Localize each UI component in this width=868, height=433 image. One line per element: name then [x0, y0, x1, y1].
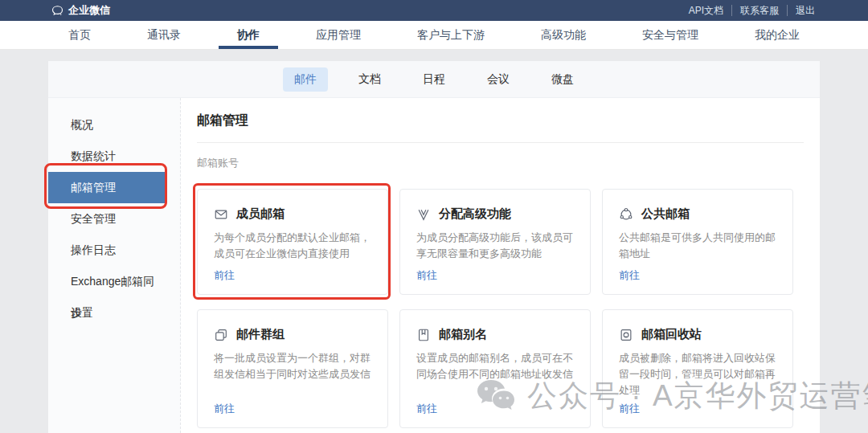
section-label: 邮箱账号 — [197, 156, 239, 170]
nav-item[interactable]: 客户与上下游 — [417, 21, 485, 49]
wecom-logo-icon — [51, 5, 63, 16]
tab[interactable]: 微盘 — [540, 67, 585, 92]
vip-v-icon — [416, 207, 431, 222]
brand-name: 企业微信 — [68, 3, 110, 18]
sidebar-item[interactable]: 操作日志 — [48, 235, 166, 266]
card-head: 公共邮箱 — [619, 206, 776, 222]
tab[interactable]: 日程 — [411, 67, 457, 92]
wecom-admin-screen: 企业微信 API文档联系客服退出 首页 通讯录 协作 应用管理 客户与上下游 高… — [0, 0, 868, 433]
go-link[interactable]: 前往 — [416, 402, 437, 416]
nav-item[interactable]: 通讯录 — [147, 21, 181, 49]
nav-item-label: 首页 — [68, 28, 91, 43]
go-link[interactable]: 前往 — [214, 402, 235, 416]
card-head: 成员邮箱 — [214, 206, 371, 222]
go-link[interactable]: 前往 — [214, 268, 235, 283]
card-title: 邮箱回收站 — [641, 327, 702, 342]
nav-item-label: 通讯录 — [147, 28, 181, 43]
recycle-bin-icon — [619, 328, 633, 342]
nav-item-label: 安全与管理 — [642, 28, 698, 43]
sidebar-item[interactable]: 安全管理 — [48, 203, 166, 235]
go-link[interactable]: 前往 — [416, 268, 437, 283]
feature-card: 分配高级功能 为成员分配高级功能后，该成员可享无限容量和更多高级功能 前往 — [399, 189, 591, 295]
card-title: 公共邮箱 — [641, 206, 690, 222]
card-title: 邮箱别名 — [439, 327, 487, 342]
sidebar-item[interactable]: Exchange邮箱同步 — [48, 266, 166, 297]
sidebar-item[interactable]: 邮箱管理 — [48, 172, 166, 203]
feature-cards: 成员邮箱 为每个成员分配的默认企业邮箱，成员可在企业微信内直接使用 前往 分配高… — [197, 189, 793, 428]
brand[interactable]: 企业微信 — [51, 3, 110, 18]
topbar: 企业微信 API文档联系客服退出 — [0, 0, 868, 21]
nav-item[interactable]: 应用管理 — [316, 21, 361, 49]
collab-tabbar: 邮件文档日程会议微盘 — [48, 61, 820, 98]
nav-item-label: 高级功能 — [541, 28, 586, 43]
nav-item-label: 我的企业 — [755, 28, 800, 43]
card-head: 邮箱别名 — [416, 327, 574, 342]
go-link[interactable]: 前往 — [619, 268, 640, 283]
sidebar-item[interactable]: 数据统计 — [48, 141, 166, 172]
nav-item[interactable]: 高级功能 — [541, 21, 586, 49]
mail-icon — [214, 207, 228, 222]
card-head: 邮件群组 — [214, 327, 371, 342]
topbar-link[interactable]: 联系客服 — [731, 5, 787, 16]
sidebar-item[interactable]: 概况 — [48, 109, 166, 141]
card-head: 邮箱回收站 — [619, 327, 776, 342]
tab[interactable]: 邮件 — [283, 67, 328, 92]
collab-tabs: 邮件文档日程会议微盘 — [283, 67, 585, 92]
page-title: 邮箱管理 — [197, 112, 248, 129]
feature-card: 成员邮箱 为每个成员分配的默认企业邮箱，成员可在企业微信内直接使用 前往 — [197, 189, 388, 295]
topbar-link[interactable]: 退出 — [787, 5, 823, 16]
nav-item-label: 客户与上下游 — [417, 28, 485, 43]
card-description: 为每个成员分配的默认企业邮箱，成员可在企业微信内直接使用 — [214, 230, 371, 262]
main-panel: 邮箱管理 邮箱账号 成员邮箱 为每个成员分配的默认企业邮箱，成员可在企业微信内直… — [181, 98, 820, 433]
tab[interactable]: 会议 — [476, 67, 521, 92]
nav-item[interactable]: 协作 — [237, 21, 260, 49]
title-divider — [197, 142, 804, 143]
nav-item[interactable]: 我的企业 — [755, 21, 800, 49]
feature-card: 邮箱回收站 成员被删除，邮箱将进入回收站保留一段时间，管理员可以对邮箱再处理 前… — [602, 309, 793, 428]
card-description: 将一批成员设置为一个群组，对群组发信相当于同时对这些成员发信 — [214, 350, 371, 382]
feature-card: 邮件群组 将一批成员设置为一个群组，对群组发信相当于同时对这些成员发信 前往 — [197, 309, 388, 428]
nav-item-label: 应用管理 — [316, 28, 361, 43]
card-description: 成员被删除，邮箱将进入回收站保留一段时间，管理员可以对邮箱再处理 — [619, 350, 776, 398]
nav-item[interactable]: 首页 — [68, 21, 91, 49]
card-description: 设置成员的邮箱别名，成员可在不同场合使用不同的邮箱地址收发信 — [416, 350, 574, 382]
main-nav: 首页 通讯录 协作 应用管理 客户与上下游 高级功能 安全与管理 我的企业 — [0, 21, 868, 50]
group-copy-icon — [214, 328, 228, 342]
go-link[interactable]: 前往 — [619, 402, 640, 416]
nav-item-label: 协作 — [237, 28, 260, 43]
topbar-links: API文档联系客服退出 — [681, 5, 823, 16]
card-title: 成员邮箱 — [236, 206, 285, 222]
topbar-link[interactable]: API文档 — [681, 5, 731, 16]
card-description: 公共邮箱是可供多人共同使用的邮箱地址 — [619, 230, 776, 262]
tab[interactable]: 文档 — [347, 67, 392, 92]
feature-card: 公共邮箱 公共邮箱是可供多人共同使用的邮箱地址 前往 — [602, 189, 793, 295]
content-panel: 邮件文档日程会议微盘 概况数据统计邮箱管理安全管理操作日志Exchange邮箱同… — [48, 61, 820, 433]
bookmark-alias-icon — [416, 328, 431, 342]
card-title: 分配高级功能 — [439, 206, 511, 222]
sidebar: 概况数据统计邮箱管理安全管理操作日志Exchange邮箱同步设置 — [48, 98, 181, 433]
sidebar-item[interactable]: 设置 — [48, 297, 166, 329]
shared-circle-icon — [619, 207, 633, 222]
card-title: 邮件群组 — [236, 327, 285, 342]
feature-card: 邮箱别名 设置成员的邮箱别名，成员可在不同场合使用不同的邮箱地址收发信 前往 — [399, 309, 591, 428]
card-description: 为成员分配高级功能后，该成员可享无限容量和更多高级功能 — [416, 230, 574, 262]
nav-item[interactable]: 安全与管理 — [642, 21, 698, 49]
card-head: 分配高级功能 — [416, 206, 574, 222]
